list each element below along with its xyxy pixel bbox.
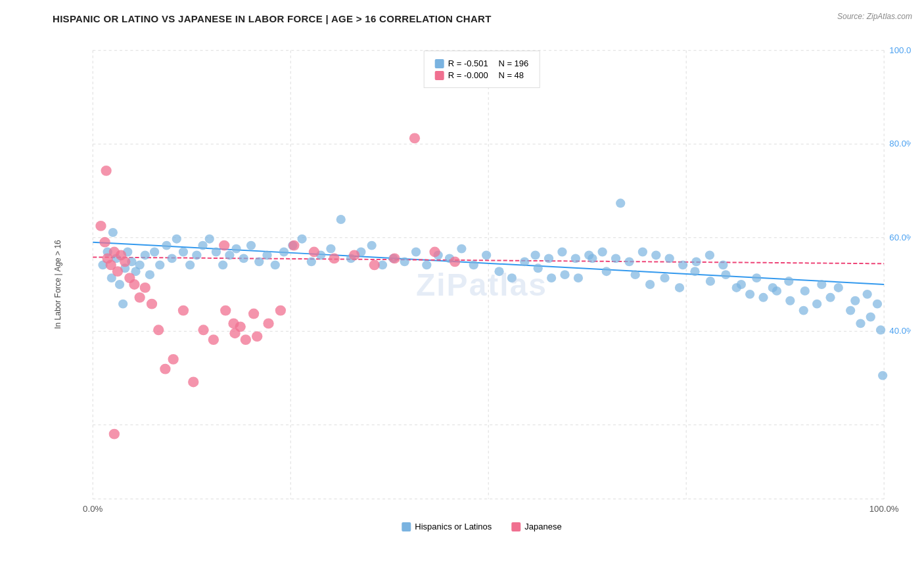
- svg-point-45: [225, 251, 234, 260]
- svg-point-114: [678, 260, 687, 269]
- svg-point-22: [108, 228, 118, 237]
- svg-point-76: [547, 273, 556, 282]
- svg-point-57: [326, 244, 335, 254]
- svg-point-121: [584, 251, 593, 260]
- bottom-legend: Hispanics or Latinos Japanese: [402, 522, 561, 531]
- svg-point-32: [145, 270, 154, 279]
- legend-color-japanese: [511, 522, 520, 531]
- svg-point-96: [850, 296, 860, 305]
- svg-text:40.0%: 40.0%: [889, 326, 911, 336]
- svg-point-160: [289, 240, 299, 251]
- svg-point-49: [254, 257, 264, 266]
- svg-point-85: [675, 283, 684, 292]
- svg-point-71: [482, 251, 491, 260]
- svg-point-162: [329, 253, 339, 263]
- svg-point-159: [248, 309, 259, 319]
- source-label: Source: ZipAtlas.com: [837, 12, 912, 21]
- svg-point-42: [205, 235, 214, 244]
- svg-point-51: [271, 260, 280, 269]
- svg-point-66: [422, 260, 431, 269]
- svg-text:100.0%: 100.0%: [889, 45, 911, 55]
- svg-point-70: [469, 260, 478, 269]
- svg-point-33: [150, 248, 159, 257]
- svg-point-54: [297, 235, 306, 244]
- svg-point-106: [785, 296, 795, 305]
- svg-point-73: [507, 273, 517, 282]
- legend-n-blue: N = 196: [498, 58, 528, 68]
- legend-color-hispanics: [402, 522, 411, 531]
- svg-point-145: [178, 305, 189, 316]
- legend-label-hispanics: Hispanics or Latinos: [415, 522, 492, 531]
- svg-point-99: [866, 313, 875, 322]
- svg-point-128: [99, 237, 110, 248]
- svg-point-24: [115, 280, 124, 289]
- svg-point-111: [718, 260, 728, 269]
- svg-point-113: [691, 257, 701, 266]
- legend-item-hispanics: Hispanics or Latinos: [402, 522, 492, 531]
- svg-point-143: [160, 364, 170, 374]
- svg-point-61: [367, 241, 377, 250]
- svg-point-115: [665, 254, 674, 263]
- svg-point-154: [275, 305, 286, 316]
- legend-r-pink: R = -0.000: [448, 70, 488, 80]
- svg-point-72: [494, 267, 503, 276]
- svg-point-136: [129, 279, 139, 290]
- svg-point-82: [631, 270, 640, 279]
- svg-point-167: [450, 256, 460, 267]
- svg-point-46: [231, 244, 241, 254]
- svg-point-47: [239, 254, 248, 263]
- svg-point-102: [876, 325, 885, 334]
- svg-point-164: [369, 259, 380, 270]
- legend-square-blue: [435, 59, 444, 68]
- svg-point-127: [95, 221, 106, 231]
- svg-point-110: [732, 283, 741, 292]
- legend-row-blue: R = -0.501 N = 196: [435, 58, 529, 68]
- legend-label-japanese: Japanese: [524, 522, 561, 531]
- svg-point-144: [168, 354, 178, 365]
- svg-point-109: [745, 290, 754, 299]
- svg-point-55: [307, 257, 316, 266]
- svg-point-163: [349, 250, 359, 261]
- svg-point-93: [800, 286, 810, 296]
- svg-point-118: [624, 257, 634, 266]
- svg-point-94: [817, 280, 826, 289]
- svg-point-80: [602, 267, 611, 276]
- svg-point-157: [109, 429, 120, 440]
- svg-point-77: [560, 270, 569, 279]
- legend-row-pink: R = -0.000 N = 48: [435, 70, 529, 80]
- svg-point-25: [118, 300, 127, 309]
- svg-point-107: [772, 286, 781, 296]
- svg-point-140: [409, 133, 420, 143]
- svg-point-75: [534, 263, 543, 273]
- svg-point-105: [799, 306, 808, 315]
- svg-point-142: [153, 325, 164, 335]
- svg-point-52: [279, 248, 289, 257]
- chart-area: In Labor Force | Age > 16 R = -0.501 N =…: [53, 31, 911, 538]
- svg-point-39: [185, 260, 195, 269]
- svg-point-44: [218, 260, 227, 269]
- svg-point-65: [411, 248, 421, 257]
- svg-point-132: [112, 266, 123, 277]
- svg-point-78: [574, 273, 583, 282]
- svg-point-146: [188, 377, 198, 388]
- chart-container: HISPANIC OR LATINO VS JAPANESE IN LABOR …: [0, 0, 924, 586]
- svg-point-81: [616, 198, 625, 208]
- svg-point-74: [520, 257, 529, 266]
- scatter-chart: 100.0% 80.0% 60.0% 40.0% 0.0% 100.0%: [53, 31, 911, 538]
- svg-point-161: [309, 247, 319, 258]
- legend-r-blue: R = -0.501: [448, 58, 488, 68]
- svg-point-84: [660, 273, 669, 282]
- svg-point-126: [878, 371, 887, 380]
- svg-point-147: [198, 325, 208, 335]
- svg-point-158: [235, 321, 246, 332]
- svg-point-38: [179, 248, 188, 257]
- svg-point-48: [246, 241, 256, 250]
- svg-text:0.0%: 0.0%: [83, 505, 103, 514]
- svg-point-116: [651, 251, 660, 260]
- svg-point-87: [706, 277, 715, 286]
- svg-point-34: [155, 260, 164, 269]
- svg-point-90: [752, 273, 761, 282]
- svg-point-92: [784, 277, 793, 286]
- svg-point-152: [252, 331, 262, 342]
- legend-item-japanese: Japanese: [511, 522, 561, 531]
